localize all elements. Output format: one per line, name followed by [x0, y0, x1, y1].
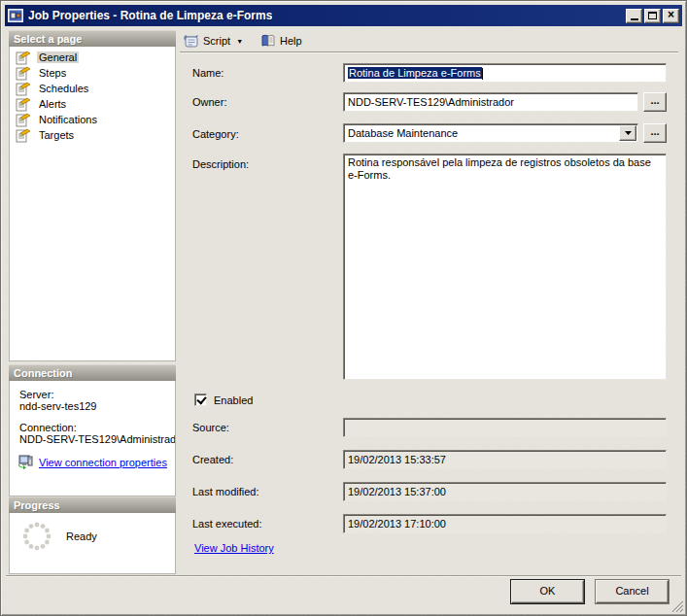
connection-properties-icon: [17, 455, 34, 470]
sidebar-item-general[interactable]: General: [10, 50, 175, 65]
script-icon: [184, 33, 199, 49]
name-selected-text: Rotina de Limpeza e-Forms: [348, 67, 482, 79]
select-a-page-header: Select a page: [9, 30, 176, 47]
last-modified-field: 19/02/2013 15:37:00: [343, 482, 667, 501]
minimize-icon: [631, 18, 638, 20]
last-modified-value: 19/02/2013 15:37:00: [348, 486, 446, 497]
enabled-checkbox[interactable]: [194, 394, 207, 406]
description-label: Description:: [192, 158, 249, 170]
maximize-button[interactable]: [644, 9, 661, 23]
created-field: 19/02/2013 15:33:57: [343, 450, 667, 469]
page-pencil-icon: [16, 82, 31, 96]
text-caret: [482, 68, 483, 80]
page-pencil-icon: [16, 113, 31, 127]
category-browse-button[interactable]: ...: [643, 123, 667, 143]
owner-value: NDD-SERV-TES129\Administrador: [348, 96, 514, 108]
script-button[interactable]: Script ▼: [180, 32, 247, 50]
enabled-checkbox-row: Enabled: [194, 394, 253, 406]
owner-input[interactable]: NDD-SERV-TES129\Administrador: [343, 92, 638, 112]
description-value: Rotina responsável pela limpeza de regis…: [348, 156, 651, 181]
last-executed-label: Last executed:: [192, 518, 262, 530]
page-pencil-icon: [16, 128, 31, 143]
footer-separator: [6, 575, 681, 577]
sidebar-item-schedules[interactable]: Schedules: [10, 81, 175, 96]
toolbar-separator: [180, 51, 678, 53]
progress-header: Progress: [9, 496, 176, 513]
progress-status: Ready: [66, 530, 97, 542]
sidebar-item-targets[interactable]: Targets: [10, 127, 175, 143]
sidebar-item-label: Notifications: [37, 114, 99, 125]
category-dropdown-button[interactable]: [619, 125, 636, 141]
resize-grip[interactable]: [670, 599, 683, 612]
owner-label: Owner:: [192, 96, 226, 108]
page-pencil-icon: [16, 97, 31, 112]
created-value: 19/02/2013 15:33:57: [348, 454, 446, 465]
minimize-button[interactable]: [626, 9, 642, 23]
sidebar-item-label: Alerts: [37, 98, 68, 110]
category-label: Category:: [192, 128, 239, 140]
view-connection-properties-link[interactable]: View connection properties: [39, 457, 167, 468]
cancel-button[interactable]: Cancel: [596, 580, 669, 603]
page-pencil-icon: [16, 51, 31, 65]
ok-button[interactable]: OK: [511, 580, 584, 603]
sidebar-item-label: General: [37, 51, 79, 63]
last-executed-field: 19/02/2013 17:10:00: [343, 514, 667, 533]
titlebar[interactable]: Job Properties - Rotina de Limpeza e-For…: [5, 5, 682, 26]
help-icon: [260, 33, 276, 49]
connection-value: NDD-SERV-TES129\Administrador: [19, 433, 175, 445]
progress-spinner-icon: [21, 521, 52, 552]
progress-panel: Ready: [9, 513, 176, 574]
created-label: Created:: [192, 454, 233, 465]
source-field: [343, 418, 667, 437]
help-button[interactable]: Help: [257, 32, 306, 50]
sidebar-item-steps[interactable]: Steps: [10, 65, 175, 81]
script-label: Script: [203, 35, 230, 47]
chevron-down-icon: [625, 131, 632, 135]
sidebar-item-label: Steps: [37, 67, 68, 79]
window-title: Job Properties - Rotina de Limpeza e-For…: [28, 9, 272, 22]
maximize-icon: [648, 12, 657, 19]
connection-panel: Server: ndd-serv-tes129 Connection: NDD-…: [9, 381, 176, 496]
sidebar-item-alerts[interactable]: Alerts: [10, 96, 175, 112]
app-icon: [8, 9, 23, 22]
script-dropdown-icon: ▼: [236, 38, 243, 45]
name-input[interactable]: Rotina de Limpeza e-Forms: [343, 63, 667, 83]
description-textarea[interactable]: Rotina responsável pela limpeza de regis…: [343, 154, 667, 380]
ellipsis-icon: ...: [650, 94, 659, 106]
page-list: General Steps Schedules Alerts Notificat…: [9, 47, 176, 361]
owner-browse-button[interactable]: ...: [643, 92, 667, 112]
toolbar: Script ▼ Help: [180, 30, 678, 51]
server-value: ndd-serv-tes129: [19, 400, 175, 412]
ellipsis-icon: ...: [650, 125, 659, 137]
category-value: Database Maintenance: [348, 127, 458, 139]
last-modified-label: Last modified:: [192, 486, 258, 497]
sidebar-item-label: Schedules: [37, 83, 90, 94]
last-executed-value: 19/02/2013 17:10:00: [348, 518, 446, 530]
close-icon: ×: [668, 9, 674, 20]
connection-label: Connection:: [19, 422, 175, 433]
name-label: Name:: [192, 67, 223, 79]
help-label: Help: [280, 35, 302, 47]
sidebar-item-label: Targets: [37, 129, 76, 141]
view-job-history-link[interactable]: View Job History: [194, 542, 274, 554]
page-pencil-icon: [16, 66, 31, 81]
connection-header: Connection: [9, 364, 176, 381]
source-label: Source:: [192, 422, 229, 433]
close-button[interactable]: ×: [663, 9, 679, 23]
server-label: Server:: [19, 389, 175, 400]
sidebar-item-notifications[interactable]: Notifications: [10, 112, 175, 127]
enabled-label: Enabled: [214, 394, 253, 406]
job-properties-window: Job Properties - Rotina de Limpeza e-For…: [0, 0, 687, 616]
category-select[interactable]: Database Maintenance: [343, 123, 638, 143]
